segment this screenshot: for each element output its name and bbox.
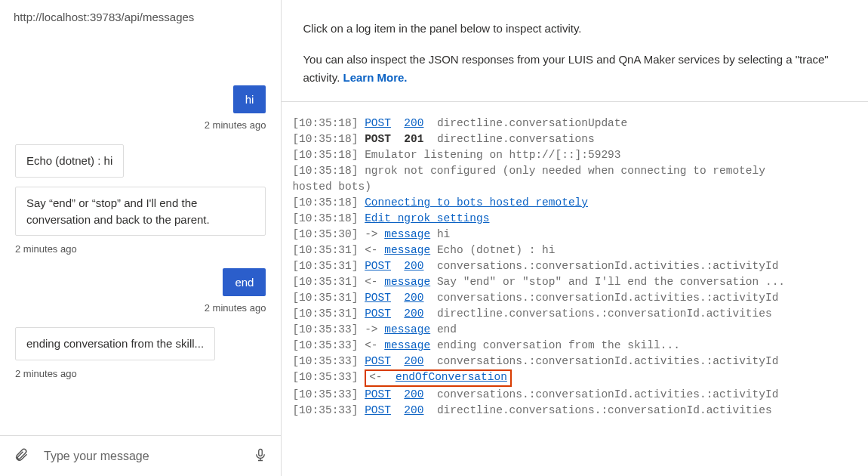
http-method-link[interactable]: POST (365, 355, 391, 367)
chat-message-user[interactable]: end 2 minutes ago (15, 268, 266, 314)
log-area[interactable]: [10:35:18] POST 200 directline.conversat… (282, 102, 868, 476)
log-line[interactable]: [10:35:18] Edit ngrok settings (292, 211, 854, 227)
http-method-link[interactable]: POST (365, 388, 391, 400)
learn-more-link[interactable]: Learn More. (343, 71, 408, 84)
log-line[interactable]: [10:35:31] <- message Say "end" or "stop… (292, 274, 854, 290)
log-line[interactable]: [10:35:33] -> message end (292, 322, 854, 338)
log-line[interactable]: [10:35:31] <- message Echo (dotnet) : hi (292, 243, 854, 258)
log-line[interactable]: [10:35:30] -> message hi (292, 227, 854, 243)
log-link[interactable]: Edit ngrok settings (365, 212, 489, 224)
http-method-link[interactable]: POST (365, 260, 391, 272)
log-line[interactable]: [10:35:18] Connecting to bots hosted rem… (292, 195, 854, 211)
log-line[interactable]: [10:35:18] ngrok not configured (only ne… (292, 163, 854, 179)
microphone-icon (254, 447, 267, 465)
http-status-link[interactable]: 200 (404, 260, 423, 272)
message-input[interactable] (42, 449, 240, 464)
log-line[interactable]: hosted bots) (292, 179, 854, 195)
chat-transcript: hi 2 minutes ago Echo (dotnet) : hi Say … (0, 34, 281, 435)
chat-message-bot[interactable]: Echo (dotnet) : hi (15, 144, 266, 178)
chat-message-bot[interactable]: Say “end” or “stop” and I'll end the con… (15, 187, 266, 255)
chat-bubble: end (223, 268, 266, 296)
http-status-link[interactable]: 200 (404, 388, 423, 400)
log-activity-link[interactable]: message (384, 228, 430, 240)
http-status-link[interactable]: 200 (404, 292, 423, 304)
log-activity-link[interactable]: endOfConversation (396, 371, 507, 383)
http-status-link[interactable]: 200 (404, 117, 423, 129)
log-line[interactable]: [10:35:33] <- message ending conversatio… (292, 338, 854, 354)
chat-timestamp: 2 minutes ago (15, 243, 77, 255)
chat-bubble: hi (233, 85, 266, 113)
log-link[interactable]: Connecting to bots hosted remotely (365, 196, 588, 209)
log-activity-link[interactable]: message (384, 339, 430, 351)
endpoint-url: http://localhost:39783/api/messages (0, 0, 281, 34)
chat-bubble: Echo (dotnet) : hi (15, 144, 124, 178)
http-method-link[interactable]: POST (365, 117, 391, 129)
log-activity-link[interactable]: message (384, 244, 430, 256)
log-activity-link[interactable]: message (384, 323, 430, 335)
inspector-intro: Click on a log item in the panel below t… (282, 0, 868, 102)
http-status-link[interactable]: 200 (404, 308, 423, 320)
mic-button[interactable] (251, 444, 270, 468)
chat-input-row (0, 435, 281, 476)
log-activity-link[interactable]: message (384, 276, 430, 288)
chat-timestamp: 2 minutes ago (15, 368, 77, 379)
http-method-link[interactable]: POST (365, 292, 391, 304)
chat-timestamp: 2 minutes ago (205, 302, 266, 314)
http-method-link[interactable]: POST (365, 308, 391, 320)
log-line[interactable]: [10:35:18] Emulator listening on http://… (292, 147, 854, 163)
chat-panel: http://localhost:39783/api/messages hi 2… (0, 0, 282, 476)
chat-timestamp: 2 minutes ago (205, 119, 266, 131)
http-method-link[interactable]: POST (365, 404, 391, 416)
log-line[interactable]: [10:35:33] POST 200 conversations.:conve… (292, 387, 854, 403)
chat-message-bot[interactable]: ending conversation from the skill... 2 … (15, 327, 266, 379)
log-line[interactable]: [10:35:18] POST 201 directline.conversat… (292, 131, 854, 147)
svg-rect-0 (259, 450, 263, 456)
http-status-link[interactable]: 200 (404, 404, 423, 416)
chat-bubble: ending conversation from the skill... (15, 327, 215, 360)
log-line[interactable]: [10:35:33] POST 200 conversations.:conve… (292, 354, 854, 369)
chat-bubble: Say “end” or “stop” and I'll end the con… (15, 187, 266, 236)
log-line[interactable]: [10:35:31] POST 200 conversations.:conve… (292, 290, 854, 306)
intro-text-1: Click on a log item in the panel below t… (303, 20, 847, 37)
log-line[interactable]: [10:35:33] <- endOfConversation (292, 369, 854, 387)
chat-message-user[interactable]: hi 2 minutes ago (15, 85, 266, 131)
http-status-link[interactable]: 200 (404, 355, 423, 367)
log-line[interactable]: [10:35:33] POST 200 directline.conversat… (292, 403, 854, 419)
inspector-panel: Click on a log item in the panel below t… (282, 0, 868, 476)
log-line[interactable]: [10:35:18] POST 200 directline.conversat… (292, 116, 854, 131)
attach-button[interactable] (11, 444, 32, 468)
intro-text-2: You can also inspect the JSON responses … (303, 51, 847, 86)
paperclip-icon (14, 447, 29, 465)
log-line[interactable]: [10:35:31] POST 200 directline.conversat… (292, 306, 854, 322)
log-line[interactable]: [10:35:31] POST 200 conversations.:conve… (292, 258, 854, 274)
